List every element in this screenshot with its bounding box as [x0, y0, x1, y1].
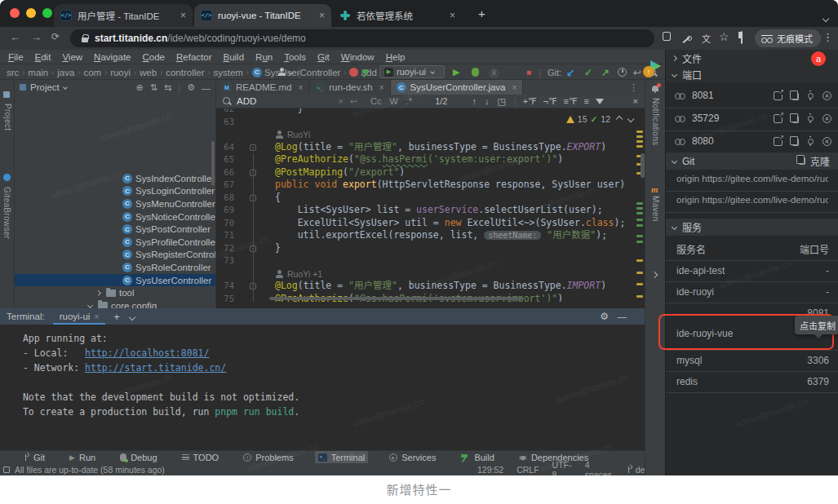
- code-editor[interactable]: 62 }63RuoYi64-@Log(title = "用户管理", busin…: [216, 108, 645, 302]
- stop-button[interactable]: ■: [526, 66, 531, 78]
- browser-tab[interactable]: </>ruoyi-vue - TitanIDE×: [194, 4, 331, 27]
- breadcrumb-item[interactable]: java: [57, 68, 74, 77]
- breadcrumb-item[interactable]: controller: [166, 68, 204, 77]
- project-scrollbar[interactable]: [211, 141, 215, 186]
- menu-refactor[interactable]: Refactor: [171, 52, 217, 62]
- toolwindow-button-todo[interactable]: TODO: [179, 451, 223, 464]
- menu-git[interactable]: Git: [312, 52, 335, 62]
- file-encoding[interactable]: UTF-8: [552, 460, 572, 476]
- bookmark-star-icon[interactable]: ☆: [719, 30, 729, 43]
- reload-icon[interactable]: ⟳: [51, 31, 60, 42]
- history-icon[interactable]: [618, 66, 627, 78]
- select-lines-icon[interactable]: ≡: [583, 96, 588, 106]
- search-history-icon[interactable]: ↩: [350, 96, 357, 107]
- breadcrumb-item[interactable]: src: [7, 68, 19, 77]
- save-icon[interactable]: [663, 32, 671, 43]
- tab-search-chevron-icon[interactable]: [823, 10, 828, 24]
- close-port-icon[interactable]: [822, 91, 831, 100]
- close-search-icon[interactable]: ×: [633, 96, 638, 106]
- close-window-button[interactable]: [10, 8, 20, 18]
- search-clear-icon[interactable]: ×: [338, 96, 343, 106]
- terminal-minimize-icon[interactable]: —: [618, 312, 627, 321]
- menu-help[interactable]: Help: [380, 52, 411, 62]
- tree-item-sysrolecontroller[interactable]: CSysRoleController: [15, 261, 215, 274]
- search-query[interactable]: ADD: [237, 96, 256, 106]
- breadcrumb-item[interactable]: web: [140, 68, 157, 77]
- url-bar[interactable]: start.titanide.cn/ide/web/coding/ruoyi-v…: [70, 29, 654, 47]
- debug-button[interactable]: [472, 66, 479, 78]
- translate-icon[interactable]: 文: [702, 32, 711, 45]
- ports-section-header[interactable]: 端口: [666, 66, 838, 82]
- menu-edit[interactable]: Edit: [29, 52, 57, 62]
- tree-item-core.config[interactable]: core.config: [15, 299, 215, 308]
- settings-gear-icon[interactable]: ⚙: [187, 82, 195, 93]
- open-port-icon[interactable]: [774, 137, 783, 146]
- toolwindow-button-git[interactable]: Git: [20, 451, 48, 464]
- git-push-icon[interactable]: ↗: [601, 66, 610, 78]
- open-port-icon[interactable]: [774, 114, 783, 123]
- tab-close-icon[interactable]: ×: [319, 10, 325, 21]
- collapse-all-icon[interactable]: ⇅: [150, 82, 157, 93]
- tool-window-project-stripe[interactable]: Project: [3, 86, 12, 130]
- tree-item-sysusercontroller[interactable]: CSysUserController: [15, 274, 215, 287]
- terminal-tab-close-icon[interactable]: ×: [94, 312, 99, 321]
- tree-item-sysmenucontroller[interactable]: CSysMenuController: [15, 197, 215, 210]
- line-ending[interactable]: CRLF: [517, 465, 539, 475]
- editor-tab[interactable]: CSysUserController.java×: [391, 80, 524, 95]
- maven-stripe[interactable]: Maven: [651, 196, 660, 222]
- git-commit-icon[interactable]: ✓: [584, 66, 592, 78]
- editor-tab-close-icon[interactable]: ×: [512, 83, 517, 92]
- select-all-matches-icon[interactable]: ◳: [497, 96, 505, 107]
- inspections-widget[interactable]: 15 ✓ 12: [566, 114, 633, 124]
- add-selection-icon[interactable]: +℉: [523, 96, 537, 107]
- close-port-icon[interactable]: [822, 137, 831, 146]
- breadcrumb-item[interactable]: com: [83, 68, 101, 77]
- run-button[interactable]: ▶: [453, 66, 459, 78]
- tree-item-syslogincontroller[interactable]: CSysLoginController: [15, 185, 215, 198]
- filter-search-icon[interactable]: ¬℉: [543, 96, 557, 107]
- menu-file[interactable]: File: [2, 52, 29, 62]
- extend-selection-icon[interactable]: ≡℉: [564, 96, 578, 107]
- menu-code[interactable]: Code: [137, 52, 171, 62]
- tree-item-sysnoticecontroller[interactable]: CSysNoticeController: [15, 210, 215, 223]
- service-row-mysql[interactable]: mysql3306: [666, 350, 838, 371]
- editor-tab[interactable]: >_run-dev.sh×: [309, 80, 390, 95]
- clone-button[interactable]: 克隆: [796, 154, 830, 168]
- service-row-ide-api-test[interactable]: ide-api-test-: [666, 260, 838, 281]
- copy-port-icon[interactable]: [792, 93, 799, 100]
- terminal-settings-icon[interactable]: ⚙: [600, 311, 609, 322]
- terminal-dropdown-icon[interactable]: [130, 312, 135, 321]
- breadcrumb-item[interactable]: main: [28, 68, 48, 77]
- menu-build[interactable]: Build: [218, 52, 251, 62]
- tree-item-sysregistercontroller[interactable]: CSysRegisterController: [15, 249, 215, 262]
- prev-match-icon[interactable]: ↑: [472, 96, 477, 106]
- build-hammer-icon[interactable]: [361, 66, 371, 78]
- stripe-collapse-icon[interactable]: [652, 266, 657, 281]
- menu-tools[interactable]: Tools: [278, 52, 312, 62]
- upgrade-icon[interactable]: ↑: [643, 66, 654, 77]
- password-key-icon[interactable]: [682, 32, 692, 43]
- match-case-option[interactable]: Cc: [370, 96, 381, 106]
- git-section-header[interactable]: Git 克隆: [666, 153, 838, 170]
- git-update-icon[interactable]: ↙: [566, 66, 574, 78]
- toolwindow-button-debug[interactable]: Debug: [117, 451, 160, 464]
- terminal-tab[interactable]: ruoyi-ui ×: [56, 308, 103, 325]
- services-section-header[interactable]: 服务: [666, 219, 838, 236]
- tree-item-tool[interactable]: tool: [15, 286, 215, 299]
- toolwindow-button-services[interactable]: ▶Services: [386, 451, 439, 464]
- close-port-icon[interactable]: [822, 114, 831, 123]
- copy-port-icon[interactable]: [792, 139, 799, 146]
- menu-window[interactable]: Window: [335, 52, 380, 62]
- port-settings-icon[interactable]: [806, 114, 815, 123]
- caret-position[interactable]: 129:52: [477, 465, 503, 475]
- browser-tab[interactable]: 若依管理系统×: [333, 4, 462, 27]
- browser-menu-icon[interactable]: ⋮: [822, 31, 833, 43]
- macos-traffic-lights[interactable]: [10, 8, 52, 18]
- expand-all-icon[interactable]: ⇆: [164, 82, 171, 93]
- port-settings-icon[interactable]: [806, 137, 815, 146]
- terminal-output[interactable]: App running at: - Local: http://localhos…: [17, 331, 299, 419]
- locate-file-icon[interactable]: ⊕: [136, 82, 144, 93]
- breadcrumb-item[interactable]: system: [213, 68, 242, 77]
- toolwindow-button-problems[interactable]: !Problems: [240, 451, 296, 464]
- minimize-window-button[interactable]: [26, 8, 36, 18]
